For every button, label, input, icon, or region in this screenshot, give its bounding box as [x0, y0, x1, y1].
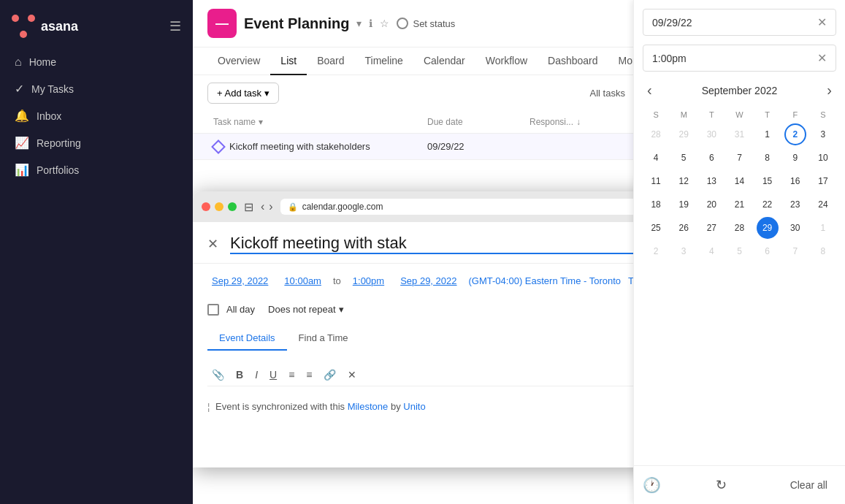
- cal-day[interactable]: 3: [673, 240, 695, 262]
- refresh-icon[interactable]: ↻: [716, 477, 727, 493]
- cal-day[interactable]: 5: [673, 147, 695, 169]
- end-date-button[interactable]: Sep 29, 2022: [396, 272, 461, 289]
- sidebar-item-home-label: Home: [29, 56, 56, 68]
- close-button-traffic[interactable]: [202, 202, 210, 211]
- milestone-link[interactable]: Milestone: [348, 401, 389, 412]
- cal-day[interactable]: 1: [757, 123, 779, 145]
- cal-day[interactable]: 29: [673, 123, 695, 145]
- cal-day[interactable]: 16: [784, 170, 806, 192]
- unito-link[interactable]: Unito: [403, 401, 425, 412]
- cal-day[interactable]: 17: [812, 170, 834, 192]
- remove-format-icon[interactable]: ✕: [343, 367, 361, 383]
- cal-day[interactable]: 4: [645, 147, 667, 169]
- cal-day[interactable]: 14: [728, 170, 750, 192]
- allday-checkbox[interactable]: [207, 304, 219, 316]
- timezone-text[interactable]: (GMT-04:00) Eastern Time - Toronto: [469, 275, 622, 286]
- attach-icon[interactable]: 📎: [207, 367, 229, 383]
- cal-day[interactable]: 24: [812, 194, 834, 215]
- star-icon[interactable]: ☆: [380, 18, 389, 29]
- cal-day[interactable]: 25: [645, 217, 667, 239]
- cal-day[interactable]: 10: [812, 147, 834, 169]
- cal-day[interactable]: 12: [673, 170, 695, 192]
- repeat-dropdown[interactable]: Does not repeat ▾: [262, 301, 350, 318]
- tab-dashboard[interactable]: Dashboard: [538, 47, 608, 75]
- ordered-list-icon[interactable]: ≡: [284, 367, 299, 383]
- cal-day[interactable]: 6: [757, 240, 779, 262]
- cal-day[interactable]: 19: [673, 194, 695, 215]
- project-chevron-icon[interactable]: ▾: [356, 18, 362, 29]
- cal-day[interactable]: 23: [784, 194, 806, 215]
- cal-day[interactable]: 22: [757, 194, 779, 215]
- cal-day[interactable]: 6: [700, 147, 722, 169]
- start-date-button[interactable]: Sep 29, 2022: [207, 272, 272, 289]
- prev-month-button[interactable]: ‹: [643, 80, 657, 100]
- cal-day[interactable]: 28: [728, 217, 750, 239]
- info-icon[interactable]: ℹ: [369, 18, 372, 29]
- add-task-button[interactable]: + Add task ▾: [207, 83, 279, 104]
- cal-day[interactable]: 26: [673, 217, 695, 239]
- cal-day[interactable]: 9: [784, 147, 806, 169]
- cal-day[interactable]: 5: [728, 240, 750, 262]
- cal-day-selected[interactable]: 29: [757, 217, 779, 239]
- cal-day[interactable]: 15: [757, 170, 779, 192]
- tab-board[interactable]: Board: [307, 47, 354, 75]
- start-time-button[interactable]: 10:00am: [280, 272, 326, 289]
- clear-all-button[interactable]: Clear all: [781, 475, 836, 495]
- italic-icon[interactable]: I: [251, 367, 262, 383]
- tab-timeline[interactable]: Timeline: [355, 47, 413, 75]
- sidebar-toggle-icon[interactable]: ⊟: [244, 200, 253, 214]
- bold-icon[interactable]: B: [232, 367, 248, 383]
- cal-day[interactable]: 8: [812, 240, 834, 262]
- tab-overview[interactable]: Overview: [207, 47, 270, 75]
- end-time-button[interactable]: 1:00pm: [348, 272, 389, 289]
- cal-day[interactable]: 31: [728, 123, 750, 145]
- cal-day[interactable]: 3: [812, 123, 834, 145]
- cal-day[interactable]: 7: [728, 147, 750, 169]
- back-icon[interactable]: ‹: [261, 200, 264, 213]
- cal-day[interactable]: 21: [728, 194, 750, 215]
- tab-event-details[interactable]: Event Details: [207, 327, 287, 351]
- tab-find-time[interactable]: Find a Time: [287, 327, 360, 351]
- cal-day[interactable]: 20: [700, 194, 722, 215]
- unordered-list-icon[interactable]: ≡: [302, 367, 316, 383]
- add-task-chevron: ▾: [264, 88, 269, 99]
- cal-day[interactable]: 4: [700, 240, 722, 262]
- cal-day[interactable]: 30: [700, 123, 722, 145]
- cal-day[interactable]: 1: [812, 217, 834, 239]
- gcal-close-button[interactable]: ✕: [207, 236, 218, 252]
- cal-day-today[interactable]: 2: [784, 123, 806, 145]
- minimize-button-traffic[interactable]: [215, 202, 223, 211]
- forward-icon[interactable]: ›: [269, 200, 272, 213]
- sidebar-item-reporting[interactable]: 📈 Reporting: [6, 130, 187, 156]
- set-status-button[interactable]: Set status: [397, 18, 455, 29]
- cal-day[interactable]: 30: [784, 217, 806, 239]
- mini-cal-header: ‹ September 2022 ›: [643, 80, 836, 100]
- underline-icon[interactable]: U: [265, 367, 281, 383]
- cal-day[interactable]: 28: [645, 123, 667, 145]
- clock-icon[interactable]: 🕐: [643, 476, 661, 494]
- date-clear-icon[interactable]: ✕: [817, 15, 827, 29]
- sidebar-item-home[interactable]: ⌂ Home: [6, 50, 187, 75]
- link-icon[interactable]: 🔗: [319, 367, 340, 383]
- cal-day[interactable]: 18: [645, 194, 667, 215]
- maximize-button-traffic[interactable]: [228, 202, 237, 211]
- cal-day[interactable]: 13: [700, 170, 722, 192]
- date-value[interactable]: 09/29/22: [652, 17, 692, 28]
- hamburger-icon[interactable]: ☰: [169, 18, 181, 34]
- cal-day[interactable]: 2: [645, 240, 667, 262]
- sidebar-item-portfolios[interactable]: 📊 Portfolios: [6, 157, 187, 183]
- cal-day[interactable]: 27: [700, 217, 722, 239]
- cal-day[interactable]: 7: [784, 240, 806, 262]
- next-month-button[interactable]: ›: [822, 80, 836, 100]
- cal-day[interactable]: 11: [645, 170, 667, 192]
- time-value[interactable]: 1:00pm: [652, 53, 687, 64]
- time-clear-icon[interactable]: ✕: [817, 51, 827, 65]
- tab-workflow[interactable]: Workflow: [475, 47, 538, 75]
- all-tasks-label[interactable]: All tasks: [589, 88, 624, 99]
- sidebar-item-my-tasks[interactable]: ✓ My Tasks: [6, 76, 187, 102]
- tab-calendar[interactable]: Calendar: [413, 47, 475, 75]
- tab-list[interactable]: List: [270, 47, 307, 75]
- event-title-input[interactable]: [230, 234, 660, 254]
- sidebar-item-inbox[interactable]: 🔔 Inbox: [6, 103, 187, 129]
- cal-day[interactable]: 8: [757, 147, 779, 169]
